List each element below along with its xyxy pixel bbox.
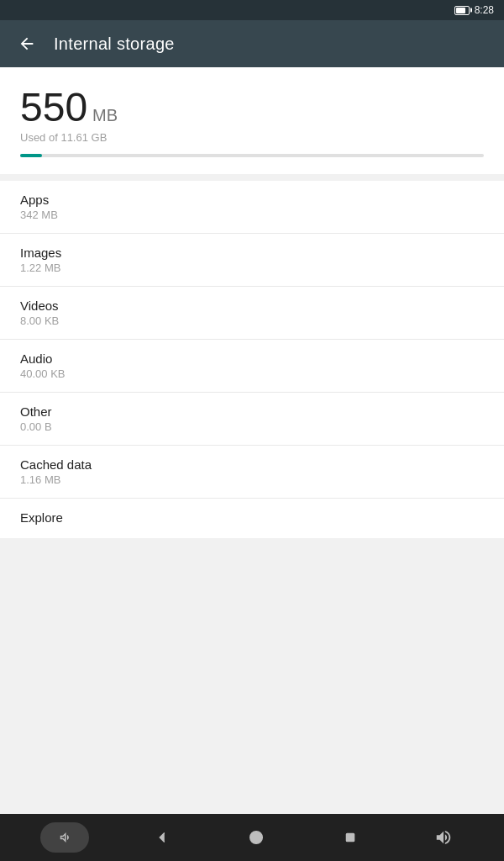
list-item-other-title: Other	[20, 404, 484, 419]
page-title: Internal storage	[54, 34, 175, 54]
storage-used-text: Used of 11.61 GB	[20, 131, 484, 144]
home-icon	[247, 828, 265, 847]
back-arrow-icon	[18, 34, 36, 53]
list-item-images-title: Images	[20, 246, 484, 260]
list-item-other-subtitle: 0.00 B	[20, 420, 484, 433]
recents-button[interactable]	[330, 817, 370, 858]
list-item-audio-subtitle: 40.00 KB	[20, 367, 484, 380]
recents-icon	[341, 828, 360, 847]
volume-down-icon	[57, 830, 72, 845]
svg-rect-1	[346, 833, 354, 841]
svg-point-0	[250, 832, 263, 844]
list-item-audio[interactable]: Audio 40.00 KB	[0, 340, 504, 393]
list-item-videos-title: Videos	[20, 298, 484, 313]
list-item-explore-title: Explore	[20, 510, 484, 525]
volume-down-button[interactable]	[40, 822, 89, 853]
list-item-cached-title: Cached data	[20, 457, 484, 472]
storage-list: Apps 342 MB Images 1.22 MB Videos 8.00 K…	[0, 181, 504, 538]
list-item-videos[interactable]: Videos 8.00 KB	[0, 287, 504, 340]
status-bar: 8:28	[0, 0, 504, 20]
list-item-videos-subtitle: 8.00 KB	[20, 314, 484, 327]
list-item-cached-data[interactable]: Cached data 1.16 MB	[0, 446, 504, 499]
list-item-other[interactable]: Other 0.00 B	[0, 393, 504, 446]
storage-amount-display: 550 MB	[20, 87, 484, 128]
list-item-apps[interactable]: Apps 342 MB	[0, 181, 504, 234]
back-nav-icon	[153, 828, 171, 847]
list-item-explore[interactable]: Explore	[0, 499, 504, 538]
storage-progress-fill	[20, 154, 42, 157]
list-item-images[interactable]: Images 1.22 MB	[0, 234, 504, 287]
list-item-apps-title: Apps	[20, 193, 484, 207]
list-item-cached-subtitle: 1.16 MB	[20, 473, 484, 486]
list-item-images-subtitle: 1.22 MB	[20, 261, 484, 274]
storage-unit: MB	[92, 106, 118, 125]
nav-bar	[0, 814, 504, 861]
status-time: 8:28	[475, 4, 494, 16]
storage-number: 550	[20, 87, 87, 128]
back-button[interactable]	[13, 30, 40, 57]
app-bar: Internal storage	[0, 20, 504, 67]
storage-progress-bar	[20, 154, 484, 157]
main-content: 550 MB Used of 11.61 GB Apps 342 MB Imag…	[0, 67, 504, 538]
volume-up-icon	[434, 828, 453, 847]
back-nav-button[interactable]	[142, 817, 182, 858]
volume-up-button[interactable]	[423, 817, 464, 858]
list-item-apps-subtitle: 342 MB	[20, 209, 484, 221]
list-item-audio-title: Audio	[20, 351, 484, 366]
home-button[interactable]	[236, 817, 276, 858]
battery-icon	[454, 6, 470, 15]
storage-summary-section: 550 MB Used of 11.61 GB	[0, 67, 504, 174]
section-divider	[0, 174, 504, 181]
